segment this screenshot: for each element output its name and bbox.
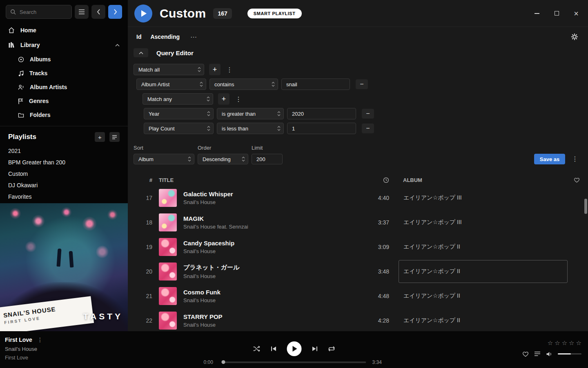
settings-button[interactable] (571, 33, 578, 40)
rule-value-input[interactable] (287, 108, 356, 119)
track-title-cell: プラネット・ガール Snail's House (177, 264, 365, 279)
sort-direction-button[interactable]: Ascending (150, 34, 180, 40)
remove-rule-button[interactable]: − (356, 79, 368, 89)
select-arrows-icon (188, 156, 191, 162)
next-track-button[interactable] (312, 346, 318, 352)
play-pause-button[interactable] (287, 341, 302, 356)
search-input[interactable] (20, 9, 67, 15)
rule-row: Year is greater than − (134, 108, 588, 119)
match-any-select[interactable]: Match any (143, 93, 213, 105)
page-title: Custom (160, 7, 206, 20)
add-rule-button[interactable]: + (209, 64, 220, 75)
star-icon[interactable]: ☆ (576, 339, 581, 347)
star-icon[interactable]: ☆ (562, 339, 567, 347)
limit-input[interactable] (252, 154, 283, 164)
subgroup-menu-button[interactable]: ⋮ (235, 95, 241, 103)
favorite-button[interactable] (522, 351, 529, 357)
select-value: Year (149, 111, 159, 117)
remove-rule-button[interactable]: − (362, 109, 374, 119)
menu-button[interactable] (75, 5, 89, 19)
rule-field-select[interactable]: Play Count (144, 123, 214, 134)
order-select[interactable]: Descending (198, 154, 248, 164)
sidebar: Home Library Albums (0, 0, 128, 331)
volume-slider[interactable] (558, 353, 581, 355)
now-playing-cover[interactable]: SNAIL'S HOUSE FIRST LOVE TASTY (0, 203, 128, 331)
sidebar-item-albums[interactable]: Albums (0, 52, 128, 66)
repeat-button[interactable] (328, 346, 335, 352)
rule-field-select[interactable]: Year (144, 108, 214, 119)
track-album-selected[interactable]: エイリアン☆ポップ II (399, 260, 568, 283)
track-row[interactable]: 20 プラネット・ガール Snail's House 3:48 エイリアン☆ポッ… (128, 259, 588, 284)
scrollbar-thumb[interactable] (584, 199, 587, 214)
sort-more-button[interactable]: ⋯ (190, 33, 198, 41)
track-thumb-cell (152, 213, 177, 231)
track-row[interactable]: 21 Cosmo Funk Snail's House 4:48 エイリアン☆ポ… (128, 284, 588, 308)
star-icon[interactable]: ☆ (548, 339, 553, 347)
star-icon[interactable]: ☆ (569, 339, 574, 347)
playlist-item-bpm[interactable]: BPM Greater than 200 (0, 157, 128, 168)
column-header-duration[interactable] (365, 177, 389, 183)
volume-button[interactable] (546, 351, 552, 357)
track-row[interactable]: 17 Galactic Whisper Snail's House 4:40 エ… (128, 186, 588, 210)
seek-handle[interactable] (222, 360, 225, 364)
select-arrows-icon (200, 81, 203, 87)
nav-back-button[interactable] (91, 5, 105, 19)
playlist-item-favorites[interactable]: Favorites (0, 191, 128, 202)
save-as-button[interactable]: Save as (534, 154, 565, 164)
shuffle-button[interactable] (253, 346, 261, 352)
add-playlist-button[interactable]: + (95, 132, 105, 142)
sidebar-item-home[interactable]: Home (0, 23, 128, 38)
column-header-favorite[interactable] (568, 177, 588, 183)
rule-value-input[interactable] (281, 79, 350, 90)
rule-field-select[interactable]: Album Artist (136, 79, 206, 90)
column-header-number[interactable]: # (128, 177, 152, 183)
select-value: Match any (147, 96, 172, 102)
sidebar-item-album-artists[interactable]: Album Artists (0, 80, 128, 94)
column-header-title[interactable]: TITLE (152, 177, 365, 183)
shuffle-icon (253, 346, 261, 352)
nav-forward-button[interactable] (108, 5, 122, 19)
search-box[interactable] (6, 5, 72, 19)
app-window: Home Library Albums (0, 0, 588, 368)
queue-button[interactable] (534, 351, 541, 357)
previous-track-button[interactable] (271, 346, 277, 352)
query-editor-title: Query Editor (156, 49, 194, 56)
rule-operator-select[interactable]: contains (209, 79, 278, 90)
group-menu-button[interactable]: ⋮ (226, 66, 232, 74)
sidebar-item-genres[interactable]: Genres (0, 94, 128, 108)
play-playlist-button[interactable] (134, 4, 152, 22)
rule-value-input[interactable] (287, 123, 356, 134)
star-icon[interactable]: ☆ (555, 339, 560, 347)
playlists-header: Playlists + (0, 126, 128, 145)
sort-field-button[interactable]: Id (136, 34, 141, 40)
playlist-item-custom[interactable]: Custom (0, 168, 128, 180)
column-header-album[interactable]: ALBUM (399, 177, 568, 183)
minimize-button[interactable] (533, 10, 541, 17)
now-playing-menu-button[interactable]: ⋮ (37, 337, 43, 343)
track-row[interactable]: 19 Candy Spaceship Snail's House 3:09 エイ… (128, 235, 588, 259)
scrollbar[interactable] (584, 186, 588, 331)
rule-operator-select[interactable]: is greater than (217, 108, 284, 119)
close-button[interactable]: × (572, 10, 580, 17)
collapse-query-editor-button[interactable] (134, 48, 148, 57)
track-row[interactable]: 22 STARRY POP Snail's House 4:28 エイリアン☆ポ… (128, 308, 588, 333)
playlist-list-button[interactable] (109, 132, 120, 142)
rule-operator-select[interactable]: is less than (217, 123, 284, 134)
remove-rule-button[interactable]: − (362, 123, 374, 133)
flag-icon (18, 98, 23, 104)
playlist-header: Custom 167 SMART PLAYLIST × (128, 0, 588, 27)
playlist-item-dj-okawari[interactable]: DJ Okawari (0, 180, 128, 191)
maximize-button[interactable] (553, 10, 560, 17)
sort-select[interactable]: Album (134, 154, 194, 164)
track-row[interactable]: 18 MAGIK Snail's House feat. Sennzai 3:3… (128, 210, 588, 235)
playlist-item-2021[interactable]: 2021 (0, 145, 128, 157)
add-subrule-button[interactable]: + (218, 93, 229, 105)
sidebar-item-label: Albums (30, 56, 51, 63)
save-menu-button[interactable]: ⋮ (572, 155, 578, 163)
folder-icon (18, 112, 24, 118)
match-all-select[interactable]: Match all (134, 64, 204, 75)
sidebar-item-folders[interactable]: Folders (0, 108, 128, 122)
sidebar-item-library[interactable]: Library (0, 38, 128, 52)
sidebar-item-tracks[interactable]: Tracks (0, 66, 128, 80)
seek-bar[interactable] (222, 361, 366, 363)
